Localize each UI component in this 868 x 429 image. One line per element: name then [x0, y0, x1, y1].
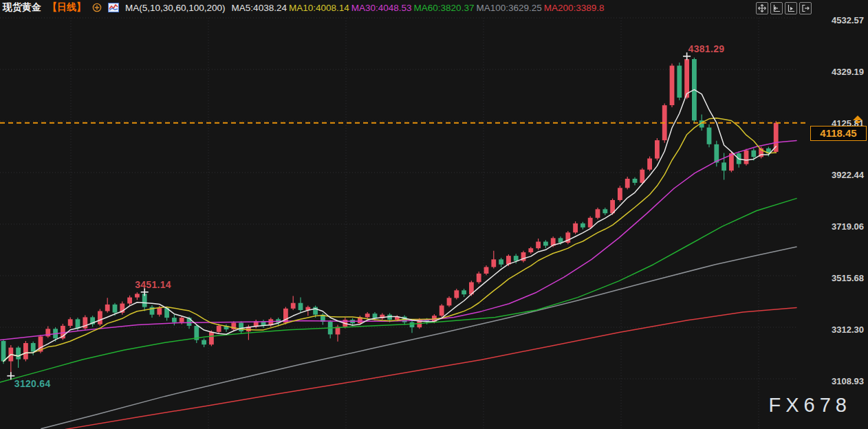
- y-axis-label: 3515.68: [809, 273, 864, 284]
- circle-plus-icon[interactable]: [92, 3, 102, 12]
- candles: [1, 56, 779, 376]
- move-icon[interactable]: [756, 2, 768, 14]
- ma-legend-ma10: MA10:4008.14: [289, 3, 349, 13]
- exit-icon[interactable]: [799, 2, 812, 14]
- y-axis-scale-icon[interactable]: [770, 2, 783, 14]
- chart-toolbar: [754, 2, 812, 14]
- ma-legend: MA5:4038.24MA10:4008.14MA30:4048.53MA60:…: [232, 1, 607, 14]
- ma-legend-ma60: MA60:3820.37: [414, 3, 475, 13]
- ma-legend-ma30: MA30:4048.53: [351, 3, 412, 13]
- price-up-arrow-icon: [853, 114, 862, 122]
- ma-group-label: MA(5,10,30,60,100,200): [125, 3, 226, 13]
- ma-lines: [0, 89, 796, 429]
- trading-chart-app: 4532.574329.194125.813922.443719.063515.…: [0, 0, 868, 429]
- y-axis-label: 3922.44: [809, 170, 864, 181]
- chart-canvas[interactable]: [0, 0, 868, 429]
- mini-chart-icon[interactable]: [108, 3, 119, 12]
- ma-legend-ma5: MA5:4038.24: [232, 3, 287, 13]
- x-axis-scale-icon[interactable]: [785, 2, 797, 14]
- price-annotation: 4381.29: [688, 43, 725, 54]
- candlestick-chart-area[interactable]: 4532.574329.194125.813922.443719.063515.…: [0, 0, 868, 429]
- period-tag: 【日线】: [47, 1, 86, 14]
- price-annotation: 3120.64: [14, 378, 51, 389]
- ma-legend-ma200: MA200:3389.8: [544, 3, 605, 13]
- y-axis-label: 4329.19: [809, 67, 864, 78]
- y-axis-label: 3312.30: [809, 324, 864, 336]
- chart-header: 现货黄金 【日线】 MA(5,10,30,60,100,200) MA5:403…: [0, 0, 868, 15]
- price-annotation: 3451.14: [135, 279, 171, 290]
- instrument-title: 现货黄金: [3, 1, 41, 14]
- y-axis-label: 3719.06: [809, 221, 864, 232]
- last-price-badge: 4118.45: [810, 126, 867, 141]
- ma-legend-ma100: MA100:3629.25: [476, 3, 541, 13]
- y-axis-label: 4532.57: [809, 15, 864, 26]
- y-axis-label: 3108.93: [809, 376, 864, 387]
- fx678-watermark: FX678: [769, 394, 851, 417]
